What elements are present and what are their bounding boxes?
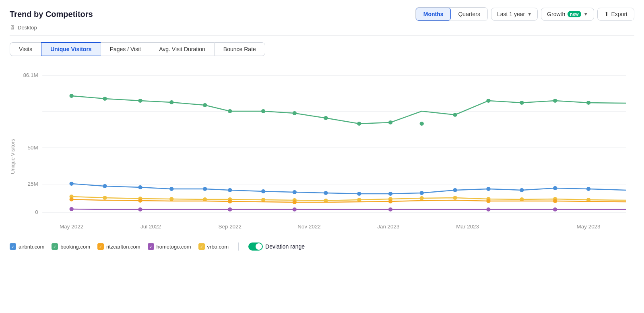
svg-point-42 (357, 192, 361, 196)
svg-point-48 (553, 186, 557, 190)
svg-text:0: 0 (35, 209, 38, 215)
quarters-button[interactable]: Quarters (451, 8, 487, 21)
svg-point-79 (486, 207, 490, 211)
page-title: Trend by Competitors (10, 10, 93, 19)
svg-point-43 (388, 192, 392, 196)
svg-point-56 (261, 198, 265, 202)
growth-dropdown[interactable]: Growth new ▼ (541, 8, 594, 21)
svg-point-40 (293, 190, 297, 194)
svg-point-32 (586, 101, 590, 105)
svg-point-35 (138, 185, 142, 189)
svg-text:Mar 2023: Mar 2023 (456, 224, 479, 230)
hometogo-label: hometogo.com (157, 244, 191, 250)
export-button[interactable]: ⬆ Export (597, 8, 634, 21)
svg-point-51 (103, 196, 107, 200)
tab-avg-visit-duration[interactable]: Avg. Visit Duration (150, 42, 214, 56)
deviation-toggle[interactable] (248, 243, 263, 251)
svg-point-49 (586, 187, 590, 191)
svg-point-18 (138, 99, 142, 103)
svg-text:May 2023: May 2023 (577, 224, 601, 230)
airbnb-label: airbnb.com (19, 244, 44, 250)
svg-point-30 (520, 101, 524, 105)
svg-point-21 (228, 109, 232, 113)
deviation-toggle-group[interactable]: Deviation range (248, 243, 305, 251)
chevron-down-icon: ▼ (527, 12, 532, 17)
months-button[interactable]: Months (416, 8, 451, 21)
legend-ritzcarlton[interactable]: ✓ ritzcarlton.com (97, 243, 140, 250)
svg-point-36 (169, 187, 173, 191)
svg-point-61 (420, 196, 424, 200)
svg-point-19 (169, 100, 173, 104)
tab-pages-visit[interactable]: Pages / Visit (101, 42, 150, 56)
svg-point-38 (228, 188, 232, 192)
svg-point-16 (69, 94, 73, 98)
svg-point-76 (228, 207, 232, 211)
svg-point-62 (453, 196, 457, 200)
svg-point-27 (420, 122, 424, 126)
svg-point-23 (293, 111, 297, 115)
svg-point-33 (69, 182, 73, 186)
chart-legend: ✓ airbnb.com ✓ booking.com ✓ ritzcarlton… (10, 243, 634, 251)
svg-point-47 (520, 188, 524, 192)
legend-divider (238, 243, 239, 251)
svg-text:50M: 50M (28, 145, 38, 151)
svg-point-73 (553, 199, 557, 203)
export-icon: ⬆ (604, 11, 609, 17)
svg-point-53 (169, 197, 173, 201)
svg-text:Jan 2023: Jan 2023 (377, 224, 399, 230)
svg-point-20 (203, 103, 207, 107)
svg-point-28 (453, 113, 457, 117)
legend-airbnb[interactable]: ✓ airbnb.com (10, 243, 44, 250)
svg-point-45 (453, 188, 457, 192)
view-mode-label: Desktop (18, 25, 37, 31)
booking-checkbox[interactable]: ✓ (52, 243, 58, 250)
svg-point-59 (357, 198, 361, 202)
ritzcarlton-checkbox[interactable]: ✓ (97, 243, 104, 250)
svg-text:Sep 2022: Sep 2022 (218, 224, 242, 230)
legend-booking[interactable]: ✓ booking.com (52, 243, 90, 250)
svg-point-72 (486, 199, 490, 203)
svg-text:86.1M: 86.1M (23, 72, 38, 78)
svg-point-74 (69, 207, 73, 211)
svg-point-17 (103, 97, 107, 101)
tab-bounce-rate[interactable]: Bounce Rate (214, 42, 265, 56)
svg-point-46 (486, 187, 490, 191)
svg-point-69 (228, 199, 232, 203)
legend-vrbo[interactable]: ✓ vrbo.com (198, 243, 229, 250)
svg-point-71 (388, 199, 392, 203)
trend-chart: 86.1M 50M 25M 0 May 2022 Jul 2022 Sep 20… (17, 59, 634, 236)
deviation-label: Deviation range (265, 243, 305, 250)
svg-point-75 (138, 207, 142, 211)
airbnb-checkbox[interactable]: ✓ (10, 243, 16, 250)
svg-point-29 (486, 99, 490, 103)
desktop-icon: 🖥 (10, 24, 15, 31)
svg-point-80 (553, 207, 557, 211)
svg-point-26 (388, 120, 392, 124)
svg-point-78 (388, 207, 392, 211)
svg-point-22 (261, 109, 265, 113)
svg-text:25M: 25M (28, 181, 38, 187)
new-badge: new (568, 11, 581, 17)
chevron-down-icon: ▼ (584, 12, 588, 17)
svg-point-41 (324, 191, 328, 195)
vrbo-checkbox[interactable]: ✓ (198, 243, 205, 250)
svg-text:Nov 2022: Nov 2022 (297, 224, 321, 230)
svg-point-70 (293, 200, 297, 204)
ritzcarlton-label: ritzcarlton.com (106, 244, 140, 250)
tab-unique-visitors[interactable]: Unique Visitors (41, 42, 100, 56)
tab-visits[interactable]: Visits (10, 42, 41, 56)
svg-text:Jul 2022: Jul 2022 (140, 224, 161, 230)
legend-hometogo[interactable]: ✓ hometogo.com (148, 243, 191, 250)
period-dropdown[interactable]: Last 1 year ▼ (491, 8, 538, 21)
svg-point-39 (261, 189, 265, 193)
metric-tabs: Visits Unique Visitors Pages / Visit Avg… (10, 42, 634, 56)
svg-point-44 (420, 191, 424, 195)
svg-point-77 (293, 207, 297, 211)
svg-point-68 (138, 199, 142, 203)
svg-point-37 (203, 187, 207, 191)
booking-label: booking.com (60, 244, 90, 250)
toggle-knob (256, 243, 262, 250)
y-axis-label: Unique Visitors (10, 59, 16, 238)
hometogo-checkbox[interactable]: ✓ (148, 243, 154, 250)
svg-point-31 (553, 99, 557, 103)
